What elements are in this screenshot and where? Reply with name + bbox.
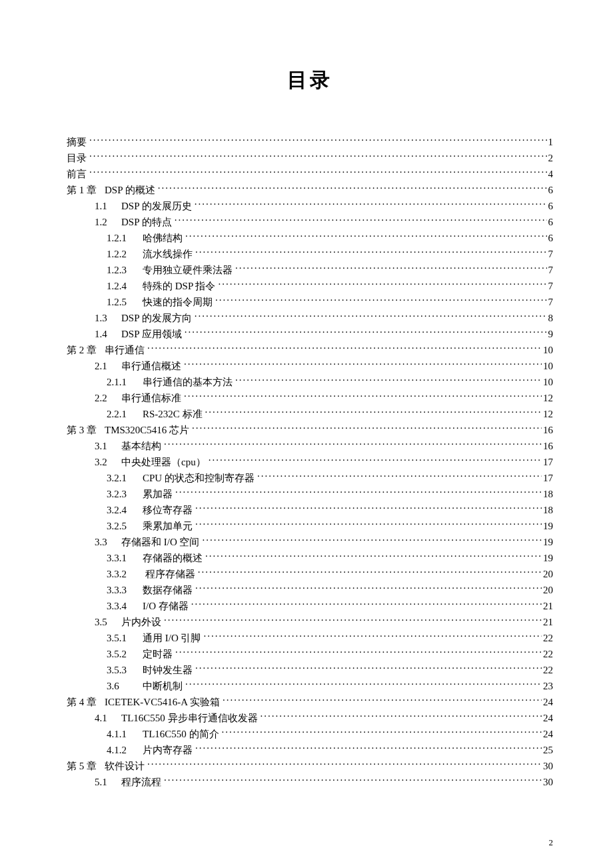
- toc-label: 3.5.1通用 I/O 引脚: [107, 630, 201, 646]
- toc-entry-number: 1.4: [95, 326, 119, 342]
- toc-entry: 摘要1: [67, 134, 553, 150]
- toc-entry: 第 4 章ICETEK-VC5416-A 实验箱24: [67, 694, 553, 710]
- toc-entry-number: 第 1 章: [67, 185, 97, 195]
- toc-page-number: 18: [542, 502, 553, 518]
- toc-label: 1.2.4特殊的 DSP 指令: [107, 278, 215, 294]
- toc-dots: [193, 247, 547, 257]
- toc-entry: 1.2.2流水线操作7: [67, 246, 553, 262]
- toc-entry-text: DSP 的特点: [121, 217, 172, 227]
- toc-entry: 3.2.5乘累加单元19: [67, 518, 553, 534]
- toc-entry: 3.2.1CPU 的状态和控制寄存器17: [67, 470, 553, 486]
- toc-label: 1.1DSP 的发展历史: [95, 198, 192, 214]
- toc-dots: [189, 423, 542, 433]
- toc-entry: 2.2.1RS-232C 标准12: [67, 406, 553, 422]
- toc-page-number: 22: [542, 630, 553, 646]
- toc-dots: [183, 231, 547, 241]
- toc-label: 第 1 章DSP 的概述: [67, 182, 155, 198]
- toc-entry-text: 累加器: [143, 489, 173, 499]
- toc-entry-text: DSP 的发展方向: [121, 313, 192, 323]
- toc-entry-number: 5.1: [95, 774, 119, 790]
- toc-label: 1.2.1哈佛结构: [107, 230, 183, 246]
- toc-label: 4.1.1TL16C550 的简介: [107, 726, 219, 742]
- toc-entry: 1.2.5快速的指令周期7: [67, 294, 553, 310]
- toc-entry-text: 时钟发生器: [143, 665, 193, 675]
- toc-dots: [193, 743, 542, 753]
- toc-label: 3.1基本结构: [95, 438, 161, 454]
- toc-entry-text: I/O 存储器: [143, 601, 189, 611]
- toc-page-number: 7: [547, 278, 554, 294]
- toc-dots: [219, 727, 542, 737]
- toc-label: 3.3.3数据存储器: [107, 582, 193, 598]
- toc-page-number: 19: [542, 518, 553, 534]
- toc-page-number: 8: [547, 310, 554, 326]
- toc-entry-number: 第 3 章: [67, 425, 97, 435]
- toc-label: 3.3存储器和 I/O 空间: [95, 534, 200, 550]
- toc-dots: [193, 583, 542, 593]
- toc-entry-text: 乘累加单元: [143, 521, 193, 531]
- toc-page-number: 25: [542, 742, 553, 758]
- toc-dots: [213, 295, 547, 305]
- toc-entry: 第 3 章TMS320C5416 芯片16: [67, 422, 553, 438]
- toc-entry: 1.2.1哈佛结构6: [67, 230, 553, 246]
- toc-entry-text: 中央处理器（cpu）: [121, 457, 206, 467]
- toc-page-number: 6: [547, 182, 554, 198]
- toc-label: 1.2.5快速的指令周期: [107, 294, 213, 310]
- toc-entry-text: 程序存储器: [143, 569, 195, 579]
- toc-dots: [233, 263, 547, 273]
- toc-entry-number: 2.1: [95, 358, 119, 374]
- toc-entry-number: 1.2.3: [107, 262, 137, 278]
- toc-entry-number: 2.2.1: [107, 406, 137, 422]
- toc-dots: [195, 567, 542, 577]
- toc-entry-number: 3.2: [95, 454, 119, 470]
- toc-entry-text: 中断机制: [143, 681, 183, 691]
- toc-page-number: 22: [542, 662, 553, 678]
- toc-page-number: 7: [547, 262, 554, 278]
- toc-page-number: 6: [547, 230, 554, 246]
- toc-dots: [220, 695, 542, 705]
- toc-entry-text: 片内寄存器: [143, 745, 193, 755]
- toc-label: 3.2.4移位寄存器: [107, 502, 193, 518]
- toc-entry-text: 移位寄存器: [143, 505, 193, 515]
- toc-dots: [181, 391, 542, 401]
- toc-label: 3.2.3累加器: [107, 486, 173, 502]
- toc-label: 1.4DSP 应用领域: [95, 326, 182, 342]
- toc-entry: 1.2.3专用独立硬件乘法器7: [67, 262, 553, 278]
- toc-entry-number: 3.3.2: [107, 566, 137, 582]
- toc-entry: 3.2中央处理器（cpu）17: [67, 454, 553, 470]
- toc-label: 1.2DSP 的特点: [95, 214, 172, 230]
- toc-entry: 目录2: [67, 150, 553, 166]
- toc-page-number: 2: [547, 150, 554, 166]
- toc-dots: [155, 183, 547, 193]
- toc-entry-text: 片内外设: [121, 617, 161, 627]
- toc-dots: [192, 199, 547, 209]
- toc-dots: [255, 471, 542, 481]
- toc-entry: 3.5.3时钟发生器22: [67, 662, 553, 678]
- toc-entry-number: 3.2.4: [107, 502, 137, 518]
- page-title: 目录: [67, 67, 553, 94]
- toc-entry-text: 软件设计: [105, 761, 145, 771]
- toc-dots: [203, 551, 542, 561]
- toc-entry-number: 3.2.1: [107, 470, 137, 486]
- toc-entry: 4.1.1TL16C550 的简介24: [67, 726, 553, 742]
- toc-entry-number: 3.5.2: [107, 646, 137, 662]
- toc-entry-number: 1.2.5: [107, 294, 137, 310]
- toc-entry: 1.4DSP 应用领域9: [67, 326, 553, 342]
- toc-dots: [161, 775, 542, 785]
- toc-entry-text: DSP 的概述: [105, 185, 155, 195]
- toc-entry-number: 3.6: [107, 678, 137, 694]
- toc-page-number: 20: [542, 566, 553, 582]
- toc-dots: [193, 519, 542, 529]
- toc-page-number: 21: [542, 614, 553, 630]
- toc-label: 3.3.1存储器的概述: [107, 550, 203, 566]
- toc-dots: [206, 455, 542, 465]
- toc-entry-number: 3.3.4: [107, 598, 137, 614]
- toc-dots: [201, 631, 542, 641]
- toc-entry: 第 1 章DSP 的概述6: [67, 182, 553, 198]
- toc-entry-number: 1.1: [95, 198, 119, 214]
- toc-label: 2.1.1串行通信的基本方法: [107, 374, 233, 390]
- toc-page-number: 16: [542, 422, 553, 438]
- toc-entry-text: DSP 应用领域: [121, 329, 182, 339]
- toc-entry-text: 特殊的 DSP 指令: [143, 281, 215, 291]
- toc-entry: 3.5片内外设21: [67, 614, 553, 630]
- toc-entry: 3.3.4I/O 存储器21: [67, 598, 553, 614]
